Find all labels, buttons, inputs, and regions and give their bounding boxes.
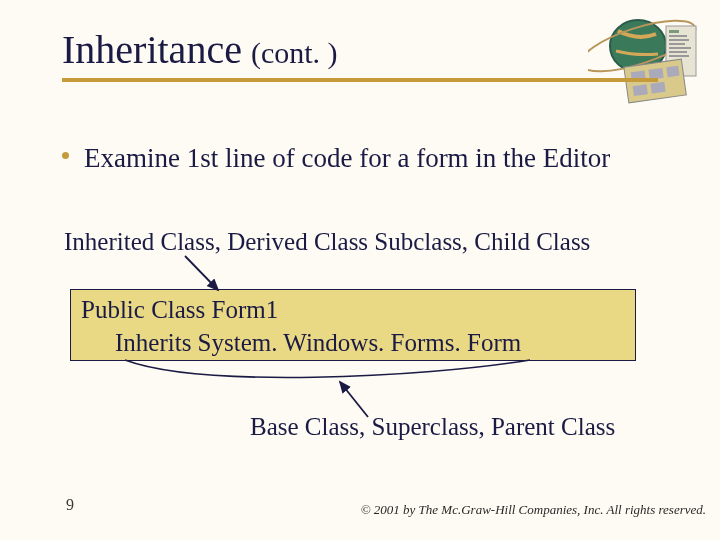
logo-image <box>588 6 708 106</box>
svg-rect-5 <box>669 35 687 37</box>
svg-rect-16 <box>650 82 665 94</box>
svg-rect-4 <box>669 30 679 33</box>
svg-rect-7 <box>669 43 685 45</box>
svg-rect-9 <box>669 51 687 53</box>
code-line-2: Inherits System. Windows. Forms. Form <box>81 327 625 360</box>
svg-rect-8 <box>669 47 691 49</box>
svg-rect-15 <box>633 84 648 96</box>
bullet-item: Examine 1st line of code for a form in t… <box>84 142 660 176</box>
title-cont: (cont. ) <box>251 36 338 69</box>
page-number: 9 <box>66 496 74 514</box>
svg-rect-14 <box>666 66 679 78</box>
label-inherited-class: Inherited Class, Derived Class Subclass,… <box>64 228 590 256</box>
bullet-text: Examine 1st line of code for a form in t… <box>84 143 610 173</box>
svg-rect-6 <box>669 39 689 41</box>
arrow-bottom-to-code <box>340 382 368 417</box>
label-base-class: Base Class, Superclass, Parent Class <box>250 413 615 441</box>
slide-title: Inheritance (cont. ) <box>62 26 338 73</box>
svg-rect-10 <box>669 55 689 57</box>
code-line-1: Public Class Form1 <box>81 294 625 327</box>
underline-bracket <box>125 360 530 377</box>
slide: Inheritance (cont. ) Examine 1st line of… <box>0 0 720 540</box>
title-underline <box>62 78 658 82</box>
code-box: Public Class Form1 Inherits System. Wind… <box>70 289 636 361</box>
copyright-text: © 2001 by The Mc.Graw-Hill Companies, In… <box>361 502 706 518</box>
bullet-dot-icon <box>62 152 69 159</box>
title-main: Inheritance <box>62 27 242 72</box>
arrow-top-to-code <box>185 256 218 290</box>
